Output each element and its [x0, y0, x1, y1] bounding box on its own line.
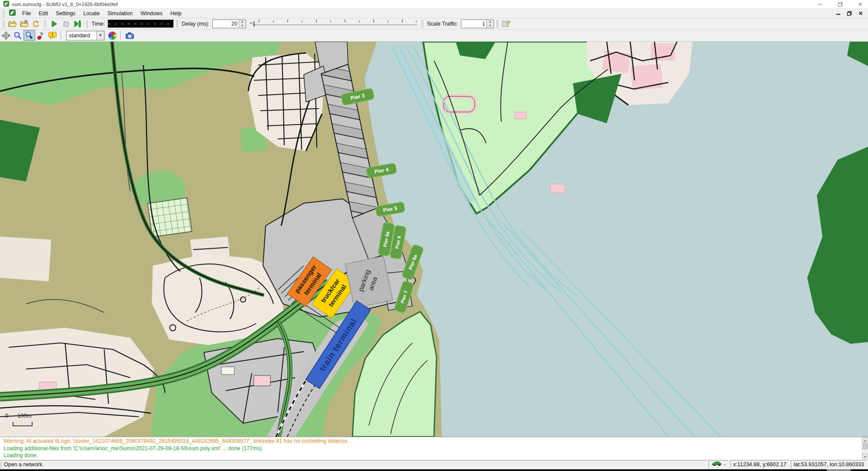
car-icon — [711, 461, 722, 468]
menu-edit[interactable]: Edit — [35, 10, 52, 17]
window-bottom-edge — [0, 469, 868, 471]
step-button[interactable] — [72, 18, 83, 29]
menu-bar: File Edit Settings Locate Simulation Win… — [0, 9, 868, 18]
toolbar-grip[interactable] — [44, 20, 46, 28]
scale-traffic-label: Scale Traffic: — [427, 21, 458, 27]
locate-help-button[interactable]: ? — [35, 30, 47, 41]
edit-coloring-schemes-button[interactable] — [106, 30, 118, 41]
delay-spin-down[interactable]: ▼ — [239, 24, 246, 28]
color-scheme-combobox[interactable]: standard ▼ — [66, 31, 105, 40]
status-coords-xy: x:11234.88, y:6602.17 — [730, 460, 789, 468]
window-title: osm.sumocfg - SUMO v1_8_0+1925-6bf04e0fe… — [12, 2, 118, 7]
toolbar-separator — [120, 31, 122, 40]
run-button[interactable] — [48, 18, 60, 29]
open-network-button[interactable] — [18, 18, 30, 29]
menubar-grip[interactable] — [2, 10, 4, 17]
color-scheme-value[interactable]: standard — [67, 33, 96, 39]
title-bar: osm.sumocfg - SUMO v1_8_0+1925-6bf04e0fe… — [0, 0, 868, 9]
mdi-restore-button[interactable] — [845, 10, 854, 17]
reload-button[interactable] — [30, 18, 42, 29]
time-lcd-display: - - - - - - - - - - - - - - — [108, 20, 174, 28]
scroll-up-icon[interactable]: ▲ — [862, 437, 868, 443]
menu-windows[interactable]: Windows — [137, 10, 167, 17]
map-canvas[interactable]: passenger terminal truck/car terminal pa… — [0, 42, 868, 437]
menu-settings[interactable]: Settings — [52, 10, 79, 17]
window-restore-button[interactable] — [837, 1, 844, 8]
scroll-down-icon[interactable]: ▼ — [862, 454, 868, 459]
delay-spinbox[interactable]: 20 ▲ ▼ — [212, 20, 246, 28]
zoom-select-button[interactable] — [23, 30, 35, 41]
status-message: Open a network. — [1, 460, 707, 468]
edit-breakpoints-button[interactable] — [500, 18, 512, 29]
toolbar-grip[interactable] — [421, 20, 423, 28]
menu-help[interactable]: Help — [167, 10, 186, 17]
scale-traffic-value[interactable]: 1 — [461, 20, 487, 28]
message-warning-icon[interactable]: ! — [47, 30, 59, 41]
window-minimize-button[interactable] — [817, 1, 824, 8]
scale-zero-label: 0 — [5, 412, 8, 419]
delay-slider-thumb — [254, 21, 254, 27]
map-residential-west — [0, 237, 51, 281]
time-label: Time: — [92, 21, 105, 27]
map-building-white — [221, 367, 234, 375]
combobox-dropdown-icon[interactable]: ▼ — [96, 31, 104, 40]
mdi-app-icon — [9, 10, 16, 17]
recenter-view-button[interactable] — [0, 30, 12, 41]
toolbar-grip[interactable] — [496, 20, 498, 28]
log-line-loading: Loading additional-files from 'C:\Users\… — [3, 445, 862, 452]
car-count-value: - — [724, 461, 726, 468]
screenshot-camera-button[interactable] — [124, 30, 136, 41]
stop-button[interactable] — [60, 18, 72, 29]
status-bar: Open a network. - x:11234.88, y:6602.17 … — [0, 459, 868, 469]
mdi-minimize-button[interactable] — [833, 10, 843, 17]
delay-value[interactable]: 20 — [213, 20, 239, 28]
status-coords-latlon: lat:53.931057, lon:10.860333 — [791, 460, 867, 468]
map-allotments — [148, 198, 192, 237]
toolbar-grip[interactable] — [2, 20, 4, 28]
log-scrollbar[interactable]: ▲ ▼ — [862, 437, 868, 459]
open-simulation-button[interactable] — [7, 18, 18, 29]
map-building-pink — [254, 375, 270, 386]
menu-locate[interactable]: Locate — [79, 10, 104, 17]
zoom-icon[interactable] — [12, 30, 23, 41]
menu-simulation[interactable]: Simulation — [103, 10, 136, 17]
scale-traffic-spinbox[interactable]: 1 ▲ ▼ — [461, 20, 494, 28]
delay-spin-up[interactable]: ▲ — [239, 20, 246, 24]
message-log[interactable]: Warning: At actuated tlLogic 'cluster_16… — [0, 437, 862, 459]
sumo-window: osm.sumocfg - SUMO v1_8_0+1925-6bf04e0fe… — [0, 0, 868, 471]
scale-100m-label: 100m — [17, 412, 32, 419]
mdi-close-button[interactable]: ✕ — [856, 10, 865, 17]
scale-spin-up[interactable]: ▲ — [487, 20, 493, 24]
sumo-logo-icon — [3, 1, 9, 7]
main-toolbar: Time: - - - - - - - - - - - - - - Delay … — [0, 18, 868, 30]
menu-file[interactable]: File — [18, 10, 35, 17]
delay-label: Delay (ms): — [182, 21, 210, 27]
toolbar-grip[interactable] — [176, 20, 178, 28]
window-close-button[interactable]: ✕ — [857, 1, 864, 8]
scale-spin-down[interactable]: ▼ — [487, 24, 493, 28]
toolbar-separator — [61, 31, 62, 40]
log-line-done: Loading done. — [3, 452, 862, 459]
vehicle-count-panel[interactable]: - — [708, 460, 729, 468]
view-toolbar: ? ! standard ▼ — [0, 30, 868, 42]
svg-text:!: ! — [52, 32, 53, 37]
delay-slider[interactable] — [249, 18, 419, 30]
scrollbar-thumb[interactable] — [863, 443, 868, 449]
log-line-warning: Warning: At actuated tlLogic 'cluster_16… — [3, 438, 862, 445]
toolbar-grip[interactable] — [85, 20, 88, 28]
